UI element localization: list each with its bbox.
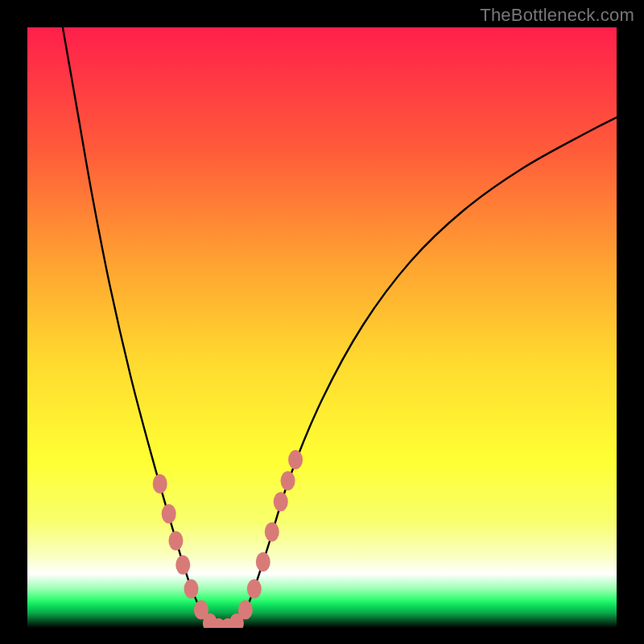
- data-marker: [265, 522, 279, 542]
- data-marker: [247, 580, 262, 599]
- bottleneck-curve-chart: [0, 0, 644, 644]
- data-marker: [256, 552, 270, 572]
- data-marker: [288, 450, 303, 469]
- data-marker: [184, 580, 199, 599]
- data-marker: [153, 474, 167, 493]
- data-marker: [168, 531, 183, 551]
- data-marker: [238, 601, 253, 620]
- data-marker: [175, 555, 190, 575]
- chart-stage: TheBottleneck.com: [0, 0, 644, 644]
- data-marker: [162, 504, 176, 523]
- data-marker: [281, 471, 295, 490]
- gradient-background: [27, 27, 617, 628]
- data-marker: [274, 492, 288, 511]
